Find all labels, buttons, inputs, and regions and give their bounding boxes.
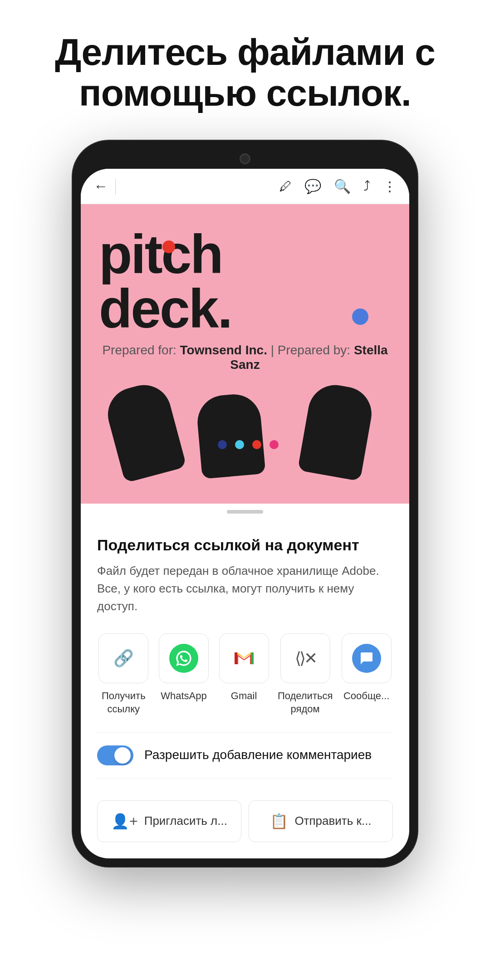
- phone-mockup: ← 🖊 💬 🔍 ⤴ ⋮ pitch deck.: [0, 141, 490, 866]
- nearby-icon: ⟨⟩✕: [295, 649, 316, 668]
- phone-screen: ← 🖊 💬 🔍 ⤴ ⋮ pitch deck.: [81, 169, 409, 858]
- toggle-label: Разрешить добавление комментариев: [144, 747, 372, 763]
- link-icon: 🔗: [113, 649, 134, 668]
- dot-red: [252, 440, 261, 449]
- dot-cyan: [235, 440, 244, 449]
- comments-toggle[interactable]: [97, 745, 133, 765]
- messages-icon-box[interactable]: [342, 633, 392, 683]
- dot-dark-blue: [218, 440, 227, 449]
- link-icon-box[interactable]: 🔗: [98, 633, 148, 683]
- scroll-indicator: [81, 504, 409, 520]
- camera-dot: [240, 153, 250, 164]
- search-icon[interactable]: 🔍: [334, 178, 351, 194]
- hand-left: [102, 379, 187, 483]
- share-title: Поделиться ссылкой на документ: [97, 536, 393, 554]
- bottom-actions: 👤+ Пригласить л... 📋 Отправить к...: [81, 789, 409, 858]
- whatsapp-icon: [169, 644, 198, 673]
- gmail-label: Gmail: [231, 690, 257, 703]
- share-sheet: Поделиться ссылкой на документ Файл буде…: [81, 520, 409, 778]
- share-item-link[interactable]: 🔗 Получитьссылку: [97, 633, 150, 715]
- share-icon[interactable]: ⤴: [363, 179, 370, 194]
- ink-icon[interactable]: 🖊: [279, 179, 292, 194]
- camera-area: [81, 149, 409, 169]
- whatsapp-label: WhatsApp: [161, 690, 207, 703]
- share-item-messages[interactable]: Сообще...: [340, 633, 393, 715]
- hands-illustration: [99, 377, 391, 476]
- hand-center: [195, 392, 265, 480]
- link-label: Получитьссылку: [102, 690, 146, 715]
- gmail-icon-box[interactable]: [219, 633, 269, 683]
- pitch-subtitle: Prepared for: Townsend Inc. | Prepared b…: [99, 343, 391, 372]
- share-item-whatsapp[interactable]: WhatsApp: [157, 633, 211, 715]
- pitch-title: pitch deck.: [99, 227, 391, 336]
- whatsapp-icon-box[interactable]: [159, 633, 209, 683]
- nearby-label: Поделитьсярядом: [278, 690, 333, 715]
- top-bar-icons: 🖊 💬 🔍 ⤴ ⋮: [279, 178, 397, 194]
- invite-icon: 👤+: [111, 813, 138, 830]
- toggle-row: Разрешить добавление комментариев: [97, 732, 393, 779]
- share-icons-row: 🔗 Получитьссылку Wh: [97, 633, 393, 715]
- dots-cluster: [218, 440, 281, 449]
- dot-pink: [270, 440, 279, 449]
- divider: [115, 178, 116, 195]
- invite-label: Пригласить л...: [144, 814, 227, 828]
- back-button[interactable]: ←: [93, 178, 108, 195]
- toggle-knob: [114, 747, 131, 764]
- messages-label: Сообще...: [343, 690, 389, 703]
- send-icon: 📋: [270, 813, 288, 830]
- comment-icon[interactable]: 💬: [304, 178, 321, 194]
- gmail-icon: [233, 646, 255, 671]
- pitch-preview: pitch deck. Prepared for: Townsend Inc. …: [81, 204, 409, 504]
- scroll-bar: [227, 510, 263, 514]
- phone-outer: ← 🖊 💬 🔍 ⤴ ⋮ pitch deck.: [73, 141, 417, 866]
- top-bar: ← 🖊 💬 🔍 ⤴ ⋮: [81, 169, 409, 204]
- more-icon[interactable]: ⋮: [383, 178, 397, 194]
- invite-button[interactable]: 👤+ Пригласить л...: [97, 800, 241, 842]
- page-title: Делитесь файлами с помощью ссылок.: [0, 0, 490, 141]
- share-description: Файл будет передан в облачное хранилище …: [97, 562, 393, 615]
- messages-icon: [352, 644, 381, 673]
- nearby-icon-box[interactable]: ⟨⟩✕: [280, 633, 330, 683]
- hand-right: [298, 381, 376, 481]
- share-item-nearby[interactable]: ⟨⟩✕ Поделитьсярядом: [278, 633, 333, 715]
- send-button[interactable]: 📋 Отправить к...: [249, 800, 393, 842]
- share-item-gmail[interactable]: Gmail: [217, 633, 270, 715]
- send-label: Отправить к...: [294, 814, 371, 828]
